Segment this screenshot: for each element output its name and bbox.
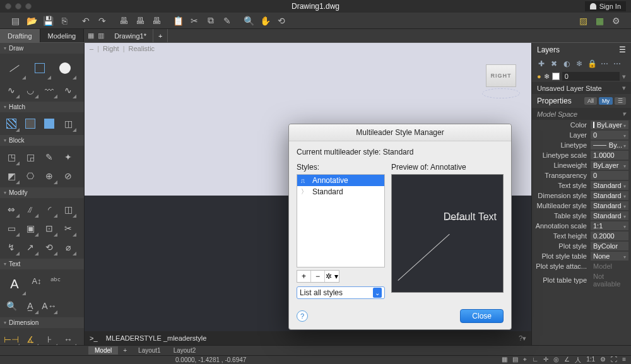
cut-icon[interactable]: ✂ bbox=[189, 16, 199, 26]
style-filter-select[interactable]: List all styles ⌄ bbox=[297, 286, 385, 299]
layer-state-select[interactable]: Unsaved Layer State▾ bbox=[532, 82, 631, 94]
mod11-tool[interactable]: ⟲ bbox=[40, 238, 58, 256]
properties-header[interactable]: Properties All My ☰ bbox=[532, 94, 631, 108]
remove-style-button[interactable]: − bbox=[311, 271, 325, 282]
edit-block-tool[interactable]: ✎ bbox=[40, 148, 58, 166]
rect-tool[interactable] bbox=[28, 56, 52, 80]
gradient-tool[interactable] bbox=[21, 115, 39, 132]
offset-tool[interactable]: ⫽ bbox=[21, 201, 39, 218]
drawing-canvas[interactable]: – | Right | Realistic RIGHT >_ MLEADERST… bbox=[85, 43, 531, 345]
dim-linear-tool[interactable]: ⊢⊣ bbox=[3, 331, 20, 345]
current-layer-row[interactable]: ● ❄ 0 ▾ bbox=[532, 71, 631, 82]
prop-value[interactable]: 0 bbox=[591, 131, 628, 139]
style-item-annotative[interactable]: ⎍ Annotative bbox=[297, 175, 384, 186]
status-track-icon[interactable]: ∠ bbox=[564, 356, 570, 365]
status-polar-icon[interactable]: ✛ bbox=[543, 356, 548, 365]
chevron-down-icon[interactable]: ▾ bbox=[622, 73, 626, 81]
undo-icon[interactable]: ↶ bbox=[81, 16, 91, 26]
blk4-tool[interactable]: ✦ bbox=[59, 148, 77, 166]
prop-value[interactable]: Standard bbox=[591, 201, 628, 210]
mod6-tool[interactable]: ▣ bbox=[21, 220, 39, 237]
tab-grid2-icon[interactable]: ▥ bbox=[98, 32, 104, 40]
properties-pill-all[interactable]: All bbox=[584, 97, 597, 105]
create-block-tool[interactable]: ◲ bbox=[21, 148, 39, 166]
mod7-tool[interactable]: ⊡ bbox=[40, 220, 58, 237]
prop-value[interactable]: 0.2000 bbox=[591, 232, 628, 240]
tab-model[interactable]: Model bbox=[88, 346, 118, 355]
prop-value[interactable]: 1:1 bbox=[591, 221, 628, 230]
blk7-tool[interactable]: ⊕ bbox=[40, 167, 58, 185]
layer-lock-icon[interactable]: 🔒 bbox=[587, 59, 596, 68]
layer-more2-icon[interactable]: ⋯ bbox=[613, 59, 622, 68]
sign-in-button[interactable]: Sign In bbox=[585, 1, 626, 11]
section-block[interactable]: Block bbox=[0, 135, 84, 146]
mod12-tool[interactable]: ⌀ bbox=[59, 238, 77, 256]
line-tool[interactable] bbox=[3, 56, 27, 80]
move-tool[interactable]: ⇔ bbox=[3, 201, 20, 218]
arc-tool[interactable]: ◡ bbox=[21, 81, 39, 99]
spell-tool[interactable]: ᵃᵇᶜ bbox=[47, 272, 64, 290]
mod8-tool[interactable]: ✂ bbox=[59, 220, 77, 237]
paste-icon[interactable]: 📋 bbox=[173, 16, 183, 26]
prop-value[interactable]: Standard bbox=[591, 191, 628, 200]
status-max-icon[interactable]: ⛶ bbox=[611, 356, 617, 365]
prop-value[interactable]: 1.0000 bbox=[591, 151, 628, 160]
txt6-tool[interactable]: A↔ bbox=[40, 297, 58, 315]
prop-value[interactable]: 0 bbox=[591, 171, 628, 180]
status-ortho-icon[interactable]: ∟ bbox=[532, 356, 538, 365]
layer-on-icon[interactable]: ◐ bbox=[562, 59, 571, 68]
properties-menu-icon[interactable]: ☰ bbox=[615, 97, 626, 105]
orbit-icon[interactable]: ⟲ bbox=[276, 16, 286, 26]
status-snap-icon[interactable]: ⌖ bbox=[523, 356, 527, 365]
blk6-tool[interactable]: ⎔ bbox=[21, 167, 39, 185]
trim-tool[interactable]: ◫ bbox=[59, 201, 77, 218]
status-model-icon[interactable]: ▦ bbox=[502, 356, 507, 365]
save-icon[interactable]: 💾 bbox=[43, 16, 53, 26]
redo-icon[interactable]: ↷ bbox=[97, 16, 107, 26]
prop-value[interactable]: ByLayer bbox=[591, 120, 628, 129]
style-item-standard[interactable]: 〉 Standard bbox=[297, 186, 384, 197]
layer-delete-icon[interactable]: ✖ bbox=[550, 59, 558, 68]
tab-layout1[interactable]: Layout1 bbox=[132, 346, 167, 355]
spline-tool[interactable]: 〰 bbox=[40, 81, 58, 99]
status-scale[interactable]: 1:1 bbox=[586, 356, 595, 365]
dim-angular-tool[interactable]: ∡ bbox=[21, 331, 39, 345]
close-button[interactable]: Close bbox=[460, 309, 504, 323]
find-tool[interactable]: 🔍 bbox=[3, 297, 20, 315]
selection-name[interactable]: Model Space▾ bbox=[532, 108, 631, 120]
add-layout-button[interactable]: + bbox=[118, 347, 132, 354]
mod10-tool[interactable]: ↗ bbox=[21, 238, 39, 256]
properties-pill-my[interactable]: My bbox=[599, 97, 613, 105]
fillet-tool[interactable]: ◜ bbox=[40, 201, 58, 218]
zoom-icon[interactable]: 🔍 bbox=[244, 16, 254, 26]
prop-value[interactable]: Standard bbox=[591, 181, 628, 190]
circle-tool[interactable] bbox=[53, 56, 77, 80]
batch-plot-icon[interactable]: 🖶 bbox=[151, 16, 162, 26]
region-tool[interactable]: ◫ bbox=[59, 115, 77, 132]
new-icon[interactable]: ▤ bbox=[10, 16, 20, 26]
tab-modeling[interactable]: Modeling bbox=[40, 29, 85, 42]
section-draw[interactable]: Draw bbox=[0, 43, 84, 54]
close-window-icon[interactable] bbox=[5, 3, 11, 9]
txt5-tool[interactable]: A̲ bbox=[21, 297, 39, 315]
text-style-tool[interactable]: A↕ bbox=[28, 272, 45, 290]
layers-header[interactable]: Layers ☰ bbox=[532, 43, 631, 57]
saveall-icon[interactable]: ⎘ bbox=[59, 16, 69, 26]
match-icon[interactable]: ✎ bbox=[222, 16, 232, 26]
section-hatch[interactable]: Hatch bbox=[0, 102, 84, 112]
insert-block-tool[interactable]: ◳ bbox=[3, 148, 20, 166]
dim4-tool[interactable]: ↔ bbox=[59, 331, 77, 345]
new-file-tab-button[interactable]: + bbox=[153, 29, 168, 42]
styles-list[interactable]: ⎍ Annotative 〉 Standard bbox=[297, 174, 385, 267]
zoom-window-icon[interactable] bbox=[25, 3, 32, 9]
open-icon[interactable]: 📂 bbox=[27, 16, 37, 26]
prop-value[interactable]: None bbox=[591, 252, 628, 261]
prop-value[interactable]: Standard bbox=[591, 211, 628, 220]
style-options-button[interactable]: ✲ ▾ bbox=[325, 271, 339, 282]
pline-tool[interactable]: ∿ bbox=[3, 81, 20, 99]
pan-icon[interactable]: ✋ bbox=[260, 16, 270, 26]
settings-icon[interactable]: ⚙ bbox=[611, 16, 621, 26]
prop-value[interactable]: By... bbox=[591, 141, 628, 150]
layer-new-icon[interactable]: ✚ bbox=[537, 59, 546, 68]
section-modify[interactable]: Modify bbox=[0, 187, 84, 198]
